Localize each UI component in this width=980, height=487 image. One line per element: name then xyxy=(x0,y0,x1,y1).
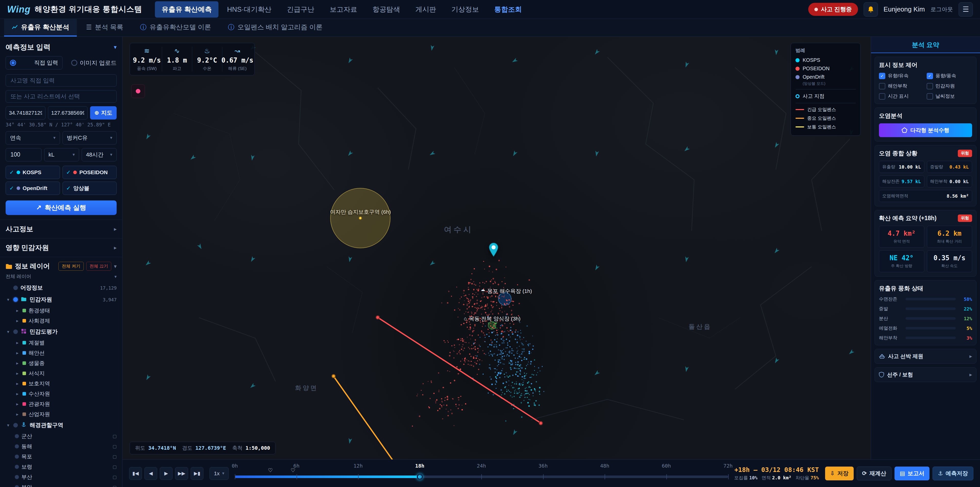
pick-on-map-button[interactable]: ⊕ 지도 xyxy=(90,106,117,120)
nav-item-1[interactable]: 유출유 확산예측 xyxy=(155,1,218,18)
layer-row-해안선[interactable]: ▸해안선 xyxy=(3,348,120,358)
pollution-analysis-title: 오염분석 xyxy=(879,112,972,120)
prediction-input-header[interactable]: 예측정보 입력 ▾ xyxy=(0,39,122,55)
layer-toggle[interactable] xyxy=(13,286,18,290)
layer-toggle[interactable] xyxy=(15,444,19,449)
layer-row-환경생태[interactable]: ▸환경생태 xyxy=(3,305,120,316)
display-option-해안부착[interactable]: 해안부착 xyxy=(879,83,924,89)
model-toggle-OpenDrift[interactable]: ✓OpenDrift xyxy=(6,182,60,195)
accident-list-input[interactable] xyxy=(6,90,117,102)
layer-row-보호지역[interactable]: ▸보호지역 xyxy=(3,378,120,389)
nav-item-6[interactable]: 게시판 xyxy=(409,1,443,18)
layer-toggle[interactable] xyxy=(13,423,18,428)
nav-item-2[interactable]: HNS·대기확산 xyxy=(221,1,278,18)
layer-row-산업자원[interactable]: ▸산업자원 xyxy=(3,409,120,419)
fast-forward-button[interactable]: ▶▶ xyxy=(175,467,188,480)
layer-row-보령[interactable]: 보령▢ xyxy=(3,462,120,472)
display-option-날씨정보[interactable]: 날씨정보 xyxy=(927,93,972,100)
layer-toggle[interactable] xyxy=(15,465,19,469)
display-option-민감자원[interactable]: 민감자원 xyxy=(927,83,972,89)
layer-toggle[interactable] xyxy=(13,329,18,334)
layers-subtitle-row[interactable]: 전체 레이어 ▾ xyxy=(0,272,122,282)
pollution-analysis-card: 오염분석 다각형 분석수행 xyxy=(875,107,977,142)
layer-row-부산[interactable]: 부산▢ xyxy=(3,472,120,482)
amount-row: kL ▾ 48시간 ▾ xyxy=(6,148,117,161)
layer-row-계절별[interactable]: ▸계절별 xyxy=(3,338,120,348)
step-back-button[interactable]: ◀ xyxy=(145,467,157,480)
layer-row-어장정보[interactable]: 어장정보17,129 xyxy=(3,282,120,294)
draw-tool-button[interactable] xyxy=(131,84,145,98)
weather-wave-icon: ∿1.8 m파고 xyxy=(162,47,192,72)
tab-2[interactable]: ☰분석 목록 xyxy=(78,19,131,37)
summary-panel-header[interactable]: 분석 요약 xyxy=(871,37,980,53)
nav-item-8[interactable]: 통합조회 xyxy=(488,1,528,18)
layer-row-군산[interactable]: 군산▢ xyxy=(3,431,120,441)
model-toggle-KOSPS[interactable]: ✓KOSPS xyxy=(6,166,60,179)
duration-select[interactable]: 48시간 ▾ xyxy=(82,148,117,161)
oil-type-select[interactable]: 벙커C유 ▾ xyxy=(62,131,117,145)
layer-row-민감자원[interactable]: ▾민감자원3,947 xyxy=(3,294,120,305)
layer-toggle[interactable] xyxy=(15,455,19,459)
예측저장-button[interactable]: ⚓예측저장 xyxy=(932,466,974,481)
model-label: OpenDrift xyxy=(23,185,48,191)
tab-1[interactable]: 유출유 확산분석 xyxy=(4,19,77,37)
layer-row-부안[interactable]: 부안▢ xyxy=(3,482,120,487)
amount-input[interactable] xyxy=(6,148,41,161)
sidebar-section-1[interactable]: 사고정보▸ xyxy=(0,220,122,238)
display-option-유향/유속[interactable]: ✓유향/유속 xyxy=(879,72,924,79)
playback-speed-select[interactable]: 1x ▾ xyxy=(210,467,229,480)
tab-4[interactable]: ⓘ오일펜스 배치 알고리즘 이론 xyxy=(220,19,330,37)
layer-toggle[interactable] xyxy=(15,475,19,479)
nav-item-4[interactable]: 보고자료 xyxy=(323,1,364,18)
sidebar-collapsed-sections: 사고정보▸영향 민감자원▸ xyxy=(0,220,122,257)
forecast-title: 확산 예측 요약 (+18h) xyxy=(879,214,937,222)
layers-all-on-button[interactable]: 전체 켜기 xyxy=(59,262,84,271)
layer-toggle[interactable] xyxy=(15,434,19,438)
accident-name-input[interactable] xyxy=(6,74,117,86)
menu-button[interactable]: ☰ xyxy=(959,2,973,17)
layer-row-수산자원[interactable]: ▸수산자원 xyxy=(3,389,120,399)
model-toggle-POSEIDON[interactable]: ✓POSEIDON xyxy=(62,166,117,179)
layers-all-off-button[interactable]: 전체 끄기 xyxy=(86,262,111,271)
radio-image-upload[interactable]: 이미지 업로드 xyxy=(71,56,117,69)
layer-label: 보령 xyxy=(21,463,110,470)
layer-row-생물종[interactable]: ▸생물종 xyxy=(3,358,120,368)
skip-end-button[interactable]: ▶▮ xyxy=(191,467,204,480)
layer-row-목포[interactable]: 목포▢ xyxy=(3,452,120,462)
logout-button[interactable]: 로그아웃 xyxy=(931,6,953,13)
run-prediction-button[interactable]: ↗ 확산예측 실행 xyxy=(6,200,117,215)
tab-3[interactable]: ⓘ유출유확산모델 이론 xyxy=(132,19,219,37)
sidebar-section-2[interactable]: 영향 민감자원▸ xyxy=(0,238,122,257)
unit-select[interactable]: kL ▾ xyxy=(44,148,79,161)
longitude-input[interactable] xyxy=(48,106,88,120)
보고서-button[interactable]: ▤보고서 xyxy=(894,466,929,481)
skip-start-button[interactable]: ▮◀ xyxy=(129,467,142,480)
latitude-input[interactable] xyxy=(6,106,45,120)
layer-row-동해[interactable]: 동해▢ xyxy=(3,441,120,452)
nav-item-5[interactable]: 항공탐색 xyxy=(366,1,407,18)
layer-row-민감도평가[interactable]: ▾민감도평가 xyxy=(3,326,120,338)
재계산-button[interactable]: ⟳재계산 xyxy=(857,466,891,481)
layer-row-사회경제[interactable]: ▸사회경제 xyxy=(3,316,120,326)
radio-direct-input[interactable]: 직접 입력 xyxy=(6,56,62,69)
layer-toggle[interactable] xyxy=(13,297,18,302)
notifications-button[interactable] xyxy=(864,2,878,17)
spill-type-select[interactable]: 연속 ▾ xyxy=(6,131,60,145)
display-option-풍향/풍속[interactable]: ✓풍향/풍속 xyxy=(927,72,972,79)
display-option-시간 표시[interactable]: 시간 표시 xyxy=(879,93,924,100)
layer-toggle[interactable] xyxy=(15,485,19,487)
play-button[interactable]: ▶ xyxy=(160,467,172,480)
nav-item-3[interactable]: 긴급구난 xyxy=(280,1,321,18)
timeline-track[interactable] xyxy=(235,476,728,478)
polygon-analysis-button[interactable]: 다각형 분석수행 xyxy=(879,123,972,137)
checkbox-icon: ✓ xyxy=(879,73,885,79)
map-canvas[interactable]: 여수시화양면돌산읍 여자만 습지보호구역 (6h) ☂웅포 해수욕장 (1h)⌂… xyxy=(123,37,871,460)
nav-item-7[interactable]: 기상정보 xyxy=(445,1,486,18)
model-toggle-앙상블[interactable]: ✓앙상블 xyxy=(62,182,117,195)
layer-row-서식지[interactable]: ▸서식지 xyxy=(3,368,120,378)
panel-section-선주 / 보험[interactable]: 선주 / 보험▸ xyxy=(875,367,977,382)
layer-row-해경관할구역[interactable]: ▾해경관할구역 xyxy=(3,419,120,431)
panel-section-사고 선박 제원[interactable]: 사고 선박 제원▸ xyxy=(875,349,977,364)
layer-row-관광자원[interactable]: ▸관광자원 xyxy=(3,399,120,409)
저장-button[interactable]: ⇩저장 xyxy=(825,466,854,481)
